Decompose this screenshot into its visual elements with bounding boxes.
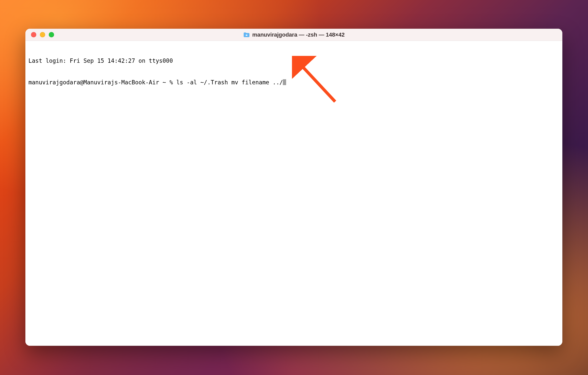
traffic-lights	[25, 32, 54, 37]
terminal-content-area[interactable]: Last login: Fri Sep 15 14:42:27 on ttys0…	[25, 41, 562, 346]
close-button[interactable]	[31, 32, 36, 37]
terminal-cursor	[283, 79, 286, 85]
last-login-line: Last login: Fri Sep 15 14:42:27 on ttys0…	[28, 57, 559, 64]
command-text: ls -al ~/.Trash mv filename ../	[176, 79, 283, 86]
window-titlebar[interactable]: manuvirajgodara — -zsh — 148×42	[25, 29, 562, 41]
svg-rect-0	[246, 34, 247, 36]
maximize-button[interactable]	[49, 32, 54, 37]
shell-prompt: manuvirajgodara@Manuvirajs-MacBook-Air ~…	[28, 79, 176, 86]
window-title-container: manuvirajgodara — -zsh — 148×42	[243, 32, 345, 38]
terminal-window: manuvirajgodara — -zsh — 148×42 Last log…	[25, 29, 562, 346]
minimize-button[interactable]	[40, 32, 45, 37]
folder-icon	[243, 32, 250, 38]
window-title: manuvirajgodara — -zsh — 148×42	[252, 32, 345, 38]
prompt-line: manuvirajgodara@Manuvirajs-MacBook-Air ~…	[28, 79, 559, 86]
